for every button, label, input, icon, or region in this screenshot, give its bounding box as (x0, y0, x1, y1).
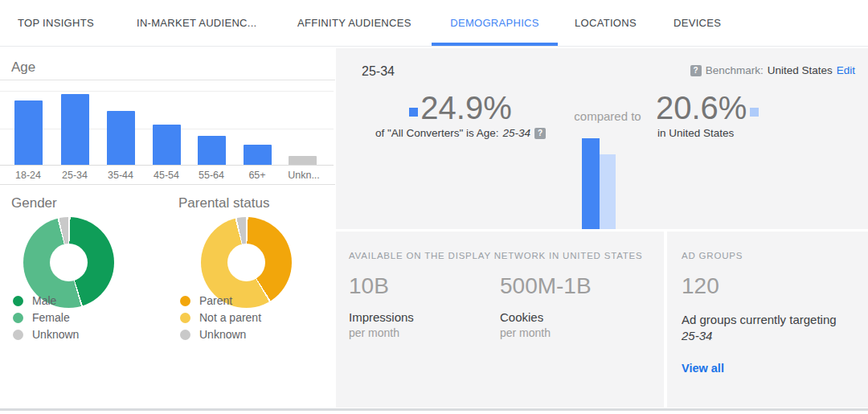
primary-stat: 24.9% of "All Converters" is Age: 25-34 … (352, 90, 569, 139)
cookies-label: Cookies (500, 310, 592, 324)
ad-groups-stat: 120 (682, 273, 719, 299)
ad-groups-card: AD GROUPS 120 Ad groups currently target… (667, 232, 868, 408)
age-bar-18-24[interactable] (14, 100, 43, 165)
impressions-value: 10B (349, 273, 414, 299)
impressions-label: Impressions (349, 310, 414, 324)
age-bar-35-44[interactable] (107, 111, 135, 165)
x-tick-label: 65+ (248, 170, 265, 181)
x-tick-label: 55-64 (199, 170, 224, 181)
age-bar-65-plus[interactable] (244, 145, 272, 165)
display-network-card: AVAILABLE ON THE DISPLAY NETWORK IN UNIT… (336, 232, 664, 408)
benchmark-percentage: 20.6% (656, 90, 747, 125)
age-section-title: Age (11, 59, 35, 75)
display-network-header: AVAILABLE ON THE DISPLAY NETWORK IN UNIT… (349, 251, 643, 260)
left-charts-panel: Age 18-24 25-34 35-44 45-54 55-64 65+ Un… (0, 47, 335, 410)
cookies-stat: 500M-1B Cookies per month (500, 273, 592, 339)
gender-legend: Male Female Unknown (13, 294, 79, 345)
legend-swatch-parent (180, 296, 190, 306)
demographics-report-page: TOP INSIGHTS IN-MARKET AUDIENC... AFFINI… (0, 0, 868, 414)
age-section-header: Age (0, 47, 335, 80)
primary-percentage: 24.9% (420, 90, 511, 125)
legend-swatch-male (13, 296, 23, 306)
comparison-mini-chart (582, 138, 616, 229)
age-bar-25-34[interactable] (61, 94, 89, 165)
legend-item-not-a-parent: Not a parent (180, 311, 261, 324)
detail-card-title: 25-34 (362, 64, 395, 79)
cookies-sublabel: per month (500, 326, 592, 339)
blue-square-marker-icon (409, 108, 418, 117)
legend-swatch-unknown (180, 330, 190, 340)
benchmark-row: ? Benchmark: United States Edit (690, 64, 855, 76)
tab-devices[interactable]: DEVICES (674, 0, 721, 46)
legend-item-male: Male (13, 294, 79, 307)
benchmark-bar (600, 154, 616, 229)
donut-hole (50, 244, 88, 281)
age-detail-card: 25-34 ? Benchmark: United States Edit 24… (336, 48, 868, 229)
cookies-value: 500M-1B (500, 273, 592, 299)
gridline (0, 91, 334, 92)
legend-swatch-unknown (13, 330, 23, 340)
help-icon[interactable]: ? (534, 128, 546, 139)
parental-section-title: Parental status (178, 195, 269, 211)
view-all-link[interactable]: View all (682, 362, 724, 375)
x-tick-label: 45-54 (154, 170, 179, 181)
tab-top-insights[interactable]: TOP INSIGHTS (18, 0, 94, 46)
compared-to-label: compared to (563, 109, 653, 123)
benchmark-label: Benchmark: (706, 64, 764, 76)
ad-groups-header: AD GROUPS (682, 251, 743, 260)
light-blue-square-marker-icon (750, 108, 759, 117)
page-bottom-divider (0, 408, 868, 411)
active-tab-underline (432, 43, 558, 46)
x-tick-label: 35-44 (108, 170, 133, 181)
tab-locations[interactable]: LOCATIONS (575, 0, 637, 46)
ad-groups-caption: Ad groups currently targeting 25-34 (682, 312, 850, 344)
donut-hole (227, 244, 265, 281)
legend-swatch-female (13, 313, 23, 323)
primary-stat-caption: of "All Converters" is Age: 25-34 ? (352, 127, 569, 139)
legend-swatch-not-a-parent (180, 313, 190, 323)
tab-in-market-audiences[interactable]: IN-MARKET AUDIENC... (137, 0, 257, 46)
x-tick-label: 18-24 (15, 170, 41, 181)
parental-legend: Parent Not a parent Unknown (180, 294, 261, 345)
benchmark-value: United States (768, 64, 833, 76)
gender-parental-section: Gender Parental status Male Female Unkno… (0, 185, 335, 409)
benchmark-stat: 20.6% in United States (656, 90, 759, 139)
report-tab-bar: TOP INSIGHTS IN-MARKET AUDIENC... AFFINI… (0, 0, 868, 47)
age-bar-unknown[interactable] (289, 156, 317, 165)
legend-item-unknown: Unknown (13, 328, 79, 341)
age-bar-55-64[interactable] (198, 136, 226, 165)
tab-demographics[interactable]: DEMOGRAPHICS (432, 0, 558, 46)
benchmark-stat-caption: in United States (657, 127, 759, 139)
x-tick-label: Unkn... (288, 170, 320, 181)
tab-affinity-audiences[interactable]: AFFINITY AUDIENCES (297, 0, 411, 46)
impressions-stat: 10B Impressions per month (349, 273, 414, 339)
converters-bar (582, 138, 600, 229)
gender-section-title: Gender (11, 195, 57, 211)
help-icon[interactable]: ? (690, 65, 702, 76)
age-bar-45-54[interactable] (153, 125, 181, 165)
age-bar-chart (0, 80, 335, 166)
legend-item-unknown: Unknown (180, 328, 261, 341)
edit-benchmark-link[interactable]: Edit (837, 64, 855, 76)
ad-groups-count: 120 (682, 273, 719, 299)
age-axis-labels: 18-24 25-34 35-44 45-54 55-64 65+ Unkn..… (0, 166, 335, 185)
impressions-sublabel: per month (349, 326, 414, 339)
legend-item-parent: Parent (180, 294, 261, 307)
legend-item-female: Female (13, 311, 79, 324)
x-tick-label: 25-34 (62, 170, 88, 181)
